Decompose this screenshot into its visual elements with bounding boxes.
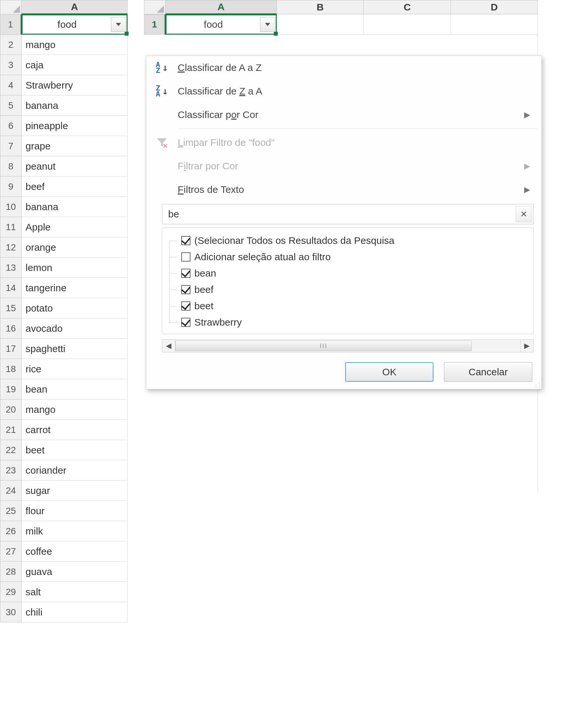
selection-handle[interactable] [125, 32, 129, 36]
cell-A17[interactable]: spaghetti [22, 339, 128, 359]
column-header-C[interactable]: C [364, 0, 451, 14]
row-header-22[interactable]: 22 [0, 440, 22, 460]
cell-A8[interactable]: peanut [22, 156, 128, 177]
column-header-A[interactable]: A [22, 0, 128, 14]
row-header-15[interactable]: 15 [0, 298, 22, 318]
cell-A11[interactable]: Apple [22, 217, 128, 237]
cell-A20[interactable]: mango [22, 399, 128, 420]
row-header-18[interactable]: 18 [0, 359, 22, 379]
cell-C1[interactable] [364, 14, 451, 35]
cell-A2[interactable]: mango [22, 35, 128, 55]
cell-A28[interactable]: guava [22, 562, 128, 582]
cell-A19[interactable]: bean [22, 379, 128, 399]
row-header-1-right[interactable]: 1 [144, 14, 165, 35]
row-header-13[interactable]: 13 [0, 258, 22, 278]
cell-A27[interactable]: coffee [22, 541, 128, 562]
checkbox[interactable] [181, 252, 190, 262]
row-header-19[interactable]: 19 [0, 379, 22, 399]
row-header-17[interactable]: 17 [0, 339, 22, 359]
column-header-A-right[interactable]: A [165, 0, 277, 14]
cell-A18[interactable]: rice [22, 359, 128, 379]
select-all-corner-right[interactable] [144, 0, 165, 14]
row-header-6[interactable]: 6 [0, 116, 22, 136]
row-header-26[interactable]: 26 [0, 521, 22, 541]
row-header-28[interactable]: 28 [0, 562, 22, 582]
cell-A22[interactable]: beet [22, 440, 128, 460]
scroll-track[interactable]: III [175, 340, 520, 352]
filter-value-item[interactable]: beef [169, 281, 529, 298]
cell-A24[interactable]: sugar [22, 481, 128, 501]
scroll-left-button[interactable]: ◀ [162, 340, 175, 352]
cell-A1[interactable]: food [22, 14, 128, 35]
cell-D1[interactable] [451, 14, 538, 35]
cell-A29[interactable]: salt [22, 582, 128, 602]
row-header-1[interactable]: 1 [0, 14, 22, 35]
cell-A5[interactable]: banana [22, 95, 128, 116]
row-header-2[interactable]: 2 [0, 35, 22, 55]
cell-A14[interactable]: tangerine [22, 278, 128, 298]
cell-A30[interactable]: chili [22, 602, 128, 622]
row-header-30[interactable]: 30 [0, 602, 22, 622]
cell-A25[interactable]: flour [22, 501, 128, 521]
filter-value-item[interactable]: (Selecionar Todos os Resultados da Pesqu… [169, 232, 529, 249]
filter-search-input[interactable] [167, 208, 516, 220]
row-header-10[interactable]: 10 [0, 197, 22, 217]
filter-value-item[interactable]: bean [169, 265, 529, 281]
filter-value-item[interactable]: Adicionar seleção atual ao filtro [169, 249, 529, 265]
cell-A6[interactable]: pineapple [22, 116, 128, 136]
resize-grip-icon[interactable]: .. .. . . [532, 381, 540, 388]
row-header-25[interactable]: 25 [0, 501, 22, 521]
row-header-5[interactable]: 5 [0, 95, 22, 116]
cell-A3[interactable]: caja [22, 55, 128, 75]
ok-button[interactable]: OK [345, 362, 434, 382]
cell-A10[interactable]: banana [22, 197, 128, 217]
checkbox[interactable] [181, 236, 190, 245]
row-header-29[interactable]: 29 [0, 582, 22, 602]
row-header-16[interactable]: 16 [0, 318, 22, 339]
sort-za-item[interactable]: ZA↓ Classificar de Z a A [146, 79, 541, 103]
filter-value-item[interactable]: Strawberry [169, 314, 529, 330]
filter-dropdown-button-right[interactable] [260, 17, 275, 32]
row-header-27[interactable]: 27 [0, 541, 22, 562]
horizontal-scrollbar[interactable]: ◀ III ▶ [162, 339, 534, 352]
row-header-12[interactable]: 12 [0, 237, 22, 258]
cell-A21[interactable]: carrot [22, 420, 128, 440]
cell-A4[interactable]: Strawberry [22, 75, 128, 95]
row-header-4[interactable]: 4 [0, 75, 22, 95]
scroll-right-button[interactable]: ▶ [520, 340, 533, 352]
checkbox[interactable] [181, 285, 190, 294]
cell-A13[interactable]: lemon [22, 258, 128, 278]
row-header-9[interactable]: 9 [0, 177, 22, 197]
column-header-B[interactable]: B [277, 0, 364, 14]
checkbox[interactable] [181, 301, 190, 311]
cell-A1-right[interactable]: food [165, 14, 277, 35]
row-header-21[interactable]: 21 [0, 420, 22, 440]
row-header-14[interactable]: 14 [0, 278, 22, 298]
cell-A7[interactable]: grape [22, 136, 128, 156]
row-header-24[interactable]: 24 [0, 481, 22, 501]
checkbox[interactable] [181, 269, 190, 278]
column-header-D[interactable]: D [451, 0, 538, 14]
clear-search-button[interactable]: ✕ [516, 206, 532, 222]
cell-A15[interactable]: potato [22, 298, 128, 318]
row-header-11[interactable]: 11 [0, 217, 22, 237]
sort-by-color-item[interactable]: Classificar por Cor ▶ [146, 103, 541, 127]
cell-A9[interactable]: beef [22, 177, 128, 197]
scroll-thumb[interactable]: III [175, 341, 472, 351]
row-header-8[interactable]: 8 [0, 156, 22, 177]
cell-A23[interactable]: coriander [22, 460, 128, 481]
checkbox[interactable] [181, 318, 190, 327]
sort-az-item[interactable]: AZ↓ Classificar de A a Z [146, 56, 541, 79]
row-header-7[interactable]: 7 [0, 136, 22, 156]
cancel-button[interactable]: Cancelar [444, 362, 532, 382]
filter-value-item[interactable]: beet [169, 298, 529, 314]
cell-A26[interactable]: milk [22, 521, 128, 541]
cell-A16[interactable]: avocado [22, 318, 128, 339]
cell-A12[interactable]: orange [22, 237, 128, 258]
select-all-corner[interactable] [0, 0, 22, 14]
filter-dropdown-button[interactable] [111, 17, 126, 32]
text-filters-item[interactable]: Filtros de Texto ▶ [146, 178, 541, 201]
row-header-3[interactable]: 3 [0, 55, 22, 75]
row-header-23[interactable]: 23 [0, 460, 22, 481]
cell-B1[interactable] [277, 14, 364, 35]
